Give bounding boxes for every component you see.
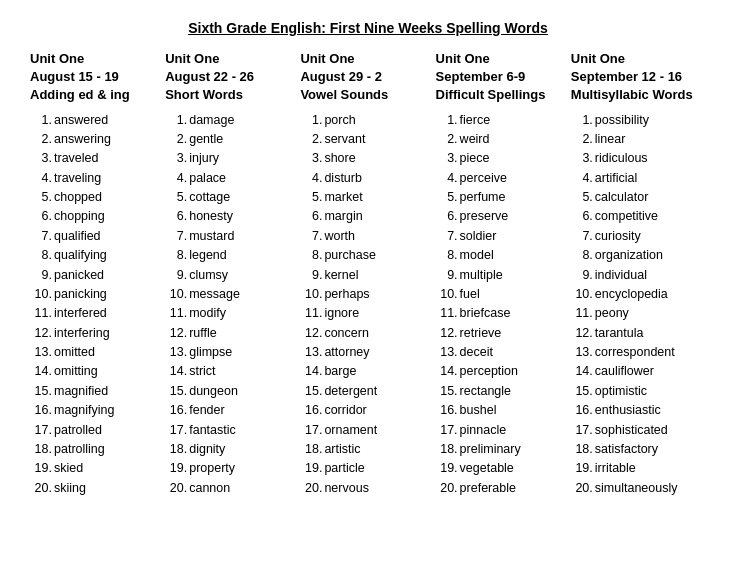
list-item: 10.fuel — [436, 285, 567, 304]
spelling-word: panicking — [54, 285, 161, 304]
column-2-header: Unit OneAugust 22 - 26Short Words — [165, 50, 296, 105]
spelling-word: gentle — [189, 130, 296, 149]
list-item: 4.disturb — [300, 169, 431, 188]
spelling-word: fender — [189, 401, 296, 420]
spelling-word: interfering — [54, 324, 161, 343]
list-item: 6.competitive — [571, 207, 702, 226]
spelling-word: satisfactory — [595, 440, 702, 459]
list-item: 19.skied — [30, 459, 161, 478]
list-item: 5.chopped — [30, 188, 161, 207]
list-item: 2.linear — [571, 130, 702, 149]
spelling-word: margin — [324, 207, 431, 226]
list-item: 15.optimistic — [571, 382, 702, 401]
spelling-word: retrieve — [460, 324, 567, 343]
spelling-word: answered — [54, 111, 161, 130]
list-item: 16.fender — [165, 401, 296, 420]
spelling-word: artistic — [324, 440, 431, 459]
spelling-word: answering — [54, 130, 161, 149]
spelling-word: detergent — [324, 382, 431, 401]
spelling-word: kernel — [324, 266, 431, 285]
spelling-word: message — [189, 285, 296, 304]
list-item: 15.magnified — [30, 382, 161, 401]
list-item: 20.nervous — [300, 479, 431, 498]
list-item: 19.vegetable — [436, 459, 567, 478]
spelling-word: sophisticated — [595, 421, 702, 440]
spelling-word: fierce — [460, 111, 567, 130]
spelling-word: dungeon — [189, 382, 296, 401]
list-item: 20.cannon — [165, 479, 296, 498]
list-item: 3.shore — [300, 149, 431, 168]
list-item: 18.dignity — [165, 440, 296, 459]
list-item: 19.particle — [300, 459, 431, 478]
spelling-word: vegetable — [460, 459, 567, 478]
list-item: 12.concern — [300, 324, 431, 343]
spelling-word: competitive — [595, 207, 702, 226]
spelling-word: qualified — [54, 227, 161, 246]
spelling-word: cottage — [189, 188, 296, 207]
list-item: 4.perceive — [436, 169, 567, 188]
spelling-word: perhaps — [324, 285, 431, 304]
list-item: 13.omitted — [30, 343, 161, 362]
spelling-word: peony — [595, 304, 702, 323]
list-item: 8.model — [436, 246, 567, 265]
spelling-word: particle — [324, 459, 431, 478]
column-4-header: Unit OneSeptember 6-9Difficult Spellings — [436, 50, 567, 105]
spelling-word: clumsy — [189, 266, 296, 285]
list-item: 17.sophisticated — [571, 421, 702, 440]
list-item: 8.qualifying — [30, 246, 161, 265]
list-item: 8.organization — [571, 246, 702, 265]
list-item: 16.enthusiastic — [571, 401, 702, 420]
spelling-word: optimistic — [595, 382, 702, 401]
column-5-header: Unit OneSeptember 12 - 16Multisyllabic W… — [571, 50, 702, 105]
list-item: 1.damage — [165, 111, 296, 130]
list-item: 4.traveling — [30, 169, 161, 188]
spelling-word: ridiculous — [595, 149, 702, 168]
list-item: 17.fantastic — [165, 421, 296, 440]
list-item: 13.correspondent — [571, 343, 702, 362]
list-item: 5.market — [300, 188, 431, 207]
spelling-word: porch — [324, 111, 431, 130]
spelling-word: tarantula — [595, 324, 702, 343]
list-item: 1.porch — [300, 111, 431, 130]
list-item: 6.margin — [300, 207, 431, 226]
list-item: 11.ignore — [300, 304, 431, 323]
spelling-word: preliminary — [460, 440, 567, 459]
spelling-word: traveling — [54, 169, 161, 188]
spelling-word: preserve — [460, 207, 567, 226]
list-item: 9.panicked — [30, 266, 161, 285]
spelling-word: individual — [595, 266, 702, 285]
list-item: 14.strict — [165, 362, 296, 381]
list-item: 4.artificial — [571, 169, 702, 188]
spelling-word: deceit — [460, 343, 567, 362]
list-item: 3.traveled — [30, 149, 161, 168]
spelling-word: servant — [324, 130, 431, 149]
list-item: 12.tarantula — [571, 324, 702, 343]
list-item: 13.glimpse — [165, 343, 296, 362]
list-item: 5.cottage — [165, 188, 296, 207]
spelling-word: fantastic — [189, 421, 296, 440]
spelling-word: legend — [189, 246, 296, 265]
list-item: 13.attorney — [300, 343, 431, 362]
list-item: 17.pinnacle — [436, 421, 567, 440]
list-item: 16.magnifying — [30, 401, 161, 420]
list-item: 2.answering — [30, 130, 161, 149]
list-item: 11.modify — [165, 304, 296, 323]
spelling-word: patrolled — [54, 421, 161, 440]
spelling-word: magnified — [54, 382, 161, 401]
spelling-word: preferable — [460, 479, 567, 498]
spelling-word: attorney — [324, 343, 431, 362]
spelling-word: interfered — [54, 304, 161, 323]
spelling-word: corridor — [324, 401, 431, 420]
spelling-word: disturb — [324, 169, 431, 188]
list-item: 3.piece — [436, 149, 567, 168]
spelling-word: modify — [189, 304, 296, 323]
list-item: 18.satisfactory — [571, 440, 702, 459]
spelling-word: omitted — [54, 343, 161, 362]
spelling-word: cannon — [189, 479, 296, 498]
list-item: 9.individual — [571, 266, 702, 285]
list-item: 12.retrieve — [436, 324, 567, 343]
list-item: 19.irritable — [571, 459, 702, 478]
spelling-word: weird — [460, 130, 567, 149]
spelling-columns: Unit OneAugust 15 - 19Adding ed & ing1.a… — [30, 50, 706, 498]
spelling-word: panicked — [54, 266, 161, 285]
